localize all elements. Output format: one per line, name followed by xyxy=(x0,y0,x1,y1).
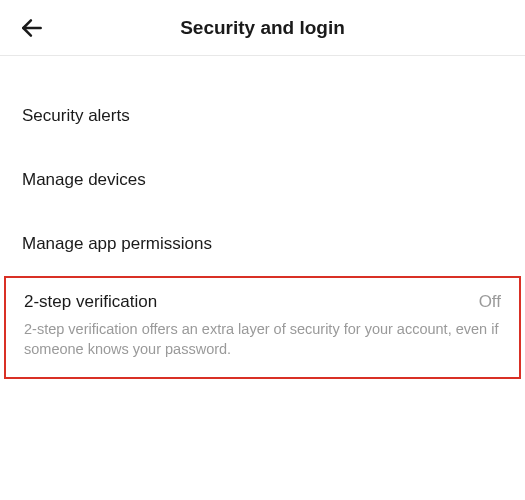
item-manage-devices[interactable]: Manage devices xyxy=(0,148,525,212)
arrow-left-icon xyxy=(19,15,45,41)
two-step-status: Off xyxy=(479,292,501,312)
item-security-alerts[interactable]: Security alerts xyxy=(0,84,525,148)
settings-list: Security alerts Manage devices Manage ap… xyxy=(0,56,525,379)
two-step-description: 2-step verification offers an extra laye… xyxy=(24,320,501,359)
page-title: Security and login xyxy=(0,17,525,39)
back-button[interactable] xyxy=(16,12,48,44)
item-label: 2-step verification xyxy=(24,292,157,312)
item-two-step-verification[interactable]: 2-step verification Off 2-step verificat… xyxy=(4,276,521,379)
item-label: Manage devices xyxy=(22,170,146,189)
item-label: Security alerts xyxy=(22,106,130,125)
item-label: Manage app permissions xyxy=(22,234,212,253)
item-manage-permissions[interactable]: Manage app permissions xyxy=(0,212,525,276)
header: Security and login xyxy=(0,0,525,56)
